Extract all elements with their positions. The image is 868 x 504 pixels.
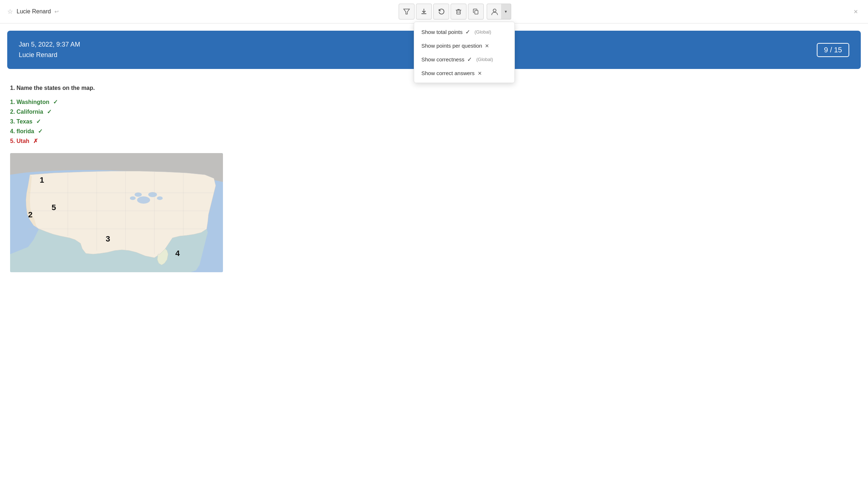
trash-icon bbox=[455, 8, 462, 15]
top-bar: ☆ Lucie Renard ↩ bbox=[0, 0, 868, 23]
answer-item-4: 4. florida ✓ bbox=[10, 128, 858, 135]
filter-button[interactable] bbox=[399, 4, 415, 19]
filter-icon bbox=[403, 8, 410, 15]
top-bar-left: ☆ Lucie Renard ↩ bbox=[7, 8, 59, 16]
correct-mark-4: ✓ bbox=[38, 128, 43, 134]
global-tag-2: (Global) bbox=[476, 57, 493, 62]
map-number-2: 2 bbox=[28, 210, 32, 219]
svg-marker-0 bbox=[404, 9, 409, 14]
svg-point-5 bbox=[493, 9, 496, 12]
map-number-1: 1 bbox=[40, 175, 44, 184]
content-area: 1. Name the states on the map. 1. Washin… bbox=[0, 76, 868, 281]
answer-item-2: 2. California ✓ bbox=[10, 108, 858, 115]
correct-mark-2: ✓ bbox=[47, 109, 52, 115]
dropdown-item-points-per-question[interactable]: Show points per question ✕ bbox=[414, 39, 514, 52]
svg-rect-1 bbox=[457, 10, 460, 14]
global-tag: (Global) bbox=[474, 29, 491, 35]
download-icon bbox=[420, 8, 428, 15]
score-badge: 9 / 15 bbox=[817, 43, 849, 57]
map-number-3: 3 bbox=[106, 234, 110, 243]
svg-rect-4 bbox=[475, 10, 478, 14]
svg-point-11 bbox=[157, 196, 163, 200]
profile-button[interactable] bbox=[487, 4, 503, 19]
answer-label-1: 1. Washington bbox=[10, 99, 49, 105]
undo-icon bbox=[438, 8, 445, 15]
answer-label-3: 3. Texas bbox=[10, 118, 32, 125]
submission-info: Jan 5, 2022, 9:37 AM Lucie Renard bbox=[19, 41, 80, 59]
reply-icon[interactable]: ↩ bbox=[54, 9, 59, 14]
check-icon-2: ✓ bbox=[467, 56, 472, 63]
incorrect-mark-5: ✗ bbox=[33, 138, 38, 144]
dropdown-toggle-button[interactable]: ▾ bbox=[501, 4, 511, 19]
answer-label-4: 4. florida bbox=[10, 128, 34, 134]
download-button[interactable] bbox=[416, 4, 432, 19]
star-icon[interactable]: ☆ bbox=[7, 8, 13, 16]
profile-icon bbox=[491, 8, 499, 16]
dropdown-menu: Show total points ✓ (Global) Show points… bbox=[414, 22, 515, 83]
dropdown-item-label: Show total points bbox=[421, 29, 463, 35]
correct-mark-1: ✓ bbox=[53, 99, 58, 105]
map-number-5: 5 bbox=[52, 203, 56, 212]
answer-item-5: 5. Utah ✗ bbox=[10, 138, 858, 144]
x-icon-2: ✕ bbox=[478, 70, 482, 76]
undo-button[interactable] bbox=[433, 4, 449, 19]
dropdown-item-label: Show correct answers bbox=[421, 70, 475, 76]
answer-item-3: 3. Texas ✓ bbox=[10, 118, 858, 125]
submission-date: Jan 5, 2022, 9:37 AM bbox=[19, 41, 80, 48]
trash-button[interactable] bbox=[451, 4, 466, 19]
dropdown-item-correct-answers[interactable]: Show correct answers ✕ bbox=[414, 66, 514, 80]
svg-point-9 bbox=[135, 192, 142, 197]
dropdown-item-total-points[interactable]: Show total points ✓ (Global) bbox=[414, 25, 514, 39]
user-name-label: Lucie Renard bbox=[17, 8, 51, 15]
chevron-down-icon: ▾ bbox=[505, 9, 507, 14]
copy-icon bbox=[472, 8, 479, 15]
dropdown-item-correctness[interactable]: Show correctness ✓ (Global) bbox=[414, 52, 514, 66]
question-title: 1. Name the states on the map. bbox=[10, 85, 858, 91]
check-icon: ✓ bbox=[465, 29, 470, 35]
dropdown-item-label: Show correctness bbox=[421, 56, 464, 62]
answer-label-5: 5. Utah bbox=[10, 138, 29, 144]
svg-point-7 bbox=[137, 196, 150, 204]
close-button[interactable]: × bbox=[851, 6, 861, 17]
copy-button[interactable] bbox=[468, 4, 484, 19]
answer-list: 1. Washington ✓ 2. California ✓ 3. Texas… bbox=[10, 99, 858, 144]
dropdown-item-label: Show points per question bbox=[421, 43, 482, 49]
map-number-4: 4 bbox=[175, 249, 180, 258]
submission-name: Lucie Renard bbox=[19, 51, 80, 59]
answer-label-2: 2. California bbox=[10, 109, 43, 115]
toolbar: ▾ bbox=[399, 4, 511, 19]
profile-group: ▾ bbox=[487, 4, 511, 19]
map-svg: 1 2 5 3 4 bbox=[10, 153, 223, 272]
svg-point-10 bbox=[130, 196, 136, 200]
correct-mark-3: ✓ bbox=[36, 118, 41, 125]
map-container: 1 2 5 3 4 bbox=[10, 153, 223, 272]
answer-item-1: 1. Washington ✓ bbox=[10, 99, 858, 105]
x-icon: ✕ bbox=[485, 43, 489, 49]
